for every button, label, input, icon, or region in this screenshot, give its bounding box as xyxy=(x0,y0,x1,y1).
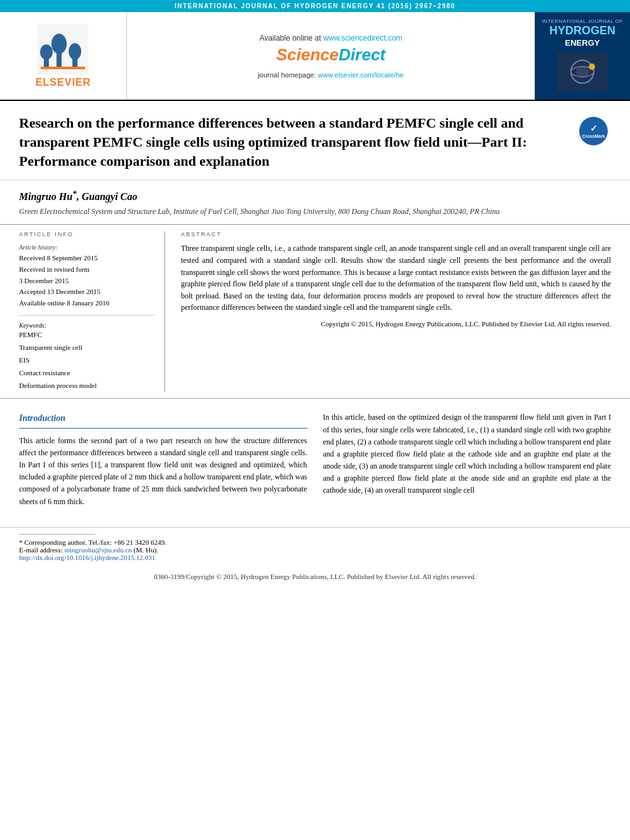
keyword-5: Deformation process model xyxy=(19,380,155,392)
journal-title-badge: HYDROGEN ENERGY xyxy=(542,24,623,48)
received-date: Received 8 September 2015 xyxy=(19,253,155,264)
svg-point-2 xyxy=(40,44,53,60)
body-section: Introduction This article forms the seco… xyxy=(0,399,630,527)
svg-point-4 xyxy=(51,34,67,54)
email-link[interactable]: mingruohu@sjtu.edu.cn xyxy=(64,546,131,554)
footnote-section: * Corresponding author. Tel./fax: +86 21… xyxy=(0,527,630,568)
keywords-label: Keywords: xyxy=(19,322,155,329)
journal-homepage-text: journal homepage: www.elsevier.com/locat… xyxy=(258,71,403,79)
affiliation: Green Electrochemical System and Structu… xyxy=(19,206,611,217)
introduction-paragraph-right: In this article, based on the optimized … xyxy=(323,411,612,497)
journal-hydrogen-text: HYDROGEN xyxy=(542,24,623,38)
article-info-header: ARTICLE INFO xyxy=(19,231,155,237)
keywords-section: Keywords: PEMFC Transparent single cell … xyxy=(19,322,155,392)
elsevier-tree-icon xyxy=(37,23,88,74)
email-note: E-mail address: mingruohu@sjtu.edu.cn (M… xyxy=(19,546,611,554)
corresponding-author-marker: * xyxy=(72,188,77,197)
article-title-content: Research on the performance differences … xyxy=(19,114,570,170)
received-revised-label: Received in revised form xyxy=(19,264,155,276)
elsevier-logo-section: ELSEVIER xyxy=(0,12,127,100)
available-online-text: Available online at www.sciencedirect.co… xyxy=(259,34,402,43)
title-section: Research on the performance differences … xyxy=(0,101,630,180)
info-divider xyxy=(19,315,155,316)
journal-badge: International journal of HYDROGEN ENERGY xyxy=(542,18,623,93)
body-right-column: In this article, based on the optimized … xyxy=(323,411,612,514)
introduction-heading: Introduction xyxy=(19,411,307,428)
elsevier-wordmark: ELSEVIER xyxy=(36,77,91,88)
journal-badge-section: International journal of HYDROGEN ENERGY xyxy=(535,12,630,100)
journal-energy-text: ENERGY xyxy=(542,38,623,48)
article-history: Article history: Received 8 September 20… xyxy=(19,243,155,309)
journal-cover-icon xyxy=(557,53,608,91)
doi-link[interactable]: http://dx.doi.org/10.1016/j.ijhydene.201… xyxy=(19,554,156,561)
crossmark-badge[interactable]: ✓ CrossMark xyxy=(579,117,608,145)
revised-date: 3 December 2015 xyxy=(19,276,155,287)
authors-section: Mingruo Hu*, Guangyi Cao Green Electroch… xyxy=(0,180,630,224)
svg-point-6 xyxy=(69,43,81,60)
abstract-text: Three transparent single cells, i.e., a … xyxy=(181,243,611,314)
info-abstract-section: ARTICLE INFO Article history: Received 8… xyxy=(0,224,630,399)
crossmark-section: ✓ CrossMark xyxy=(579,117,611,145)
abstract-copyright: Copyright © 2015, Hydrogen Energy Public… xyxy=(181,319,611,330)
page-header: ELSEVIER Available online at www.science… xyxy=(0,12,630,101)
sciencedirect-url[interactable]: www.sciencedirect.com xyxy=(323,34,403,43)
footer-copyright: 0360-3199/Copyright © 2015, Hydrogen Ene… xyxy=(0,568,630,585)
article-title: Research on the performance differences … xyxy=(19,114,570,170)
journal-citation: INTERNATIONAL JOURNAL OF HYDROGEN ENERGY… xyxy=(175,3,455,10)
authors: Mingruo Hu*, Guangyi Cao xyxy=(19,188,611,202)
journal-header-bar: INTERNATIONAL JOURNAL OF HYDROGEN ENERGY… xyxy=(0,0,630,12)
keyword-3: EIS xyxy=(19,354,155,367)
crossmark-label: ✓ CrossMark xyxy=(582,124,605,138)
sciencedirect-section: Available online at www.sciencedirect.co… xyxy=(127,12,535,100)
footnote-divider xyxy=(19,534,95,535)
body-two-columns: Introduction This article forms the seco… xyxy=(19,411,611,514)
svg-point-12 xyxy=(589,63,595,70)
elsevier-logo: ELSEVIER xyxy=(36,23,91,88)
corresponding-author-note: * Corresponding author. Tel./fax: +86 21… xyxy=(19,538,611,546)
svg-rect-7 xyxy=(41,67,85,69)
keyword-4: Contact resistance xyxy=(19,367,155,380)
history-label: Article history: xyxy=(19,243,155,253)
abstract-column: ABSTRACT Three transparent single cells,… xyxy=(178,231,611,392)
keyword-2: Transparent single cell xyxy=(19,342,155,354)
doi-note: http://dx.doi.org/10.1016/j.ijhydene.201… xyxy=(19,554,611,561)
body-left-column: Introduction This article forms the seco… xyxy=(19,411,307,514)
journal-intl-text: International journal of xyxy=(542,18,623,24)
journal-homepage-url[interactable]: www.elsevier.com/locate/he xyxy=(318,71,404,79)
sciencedirect-logo: ScienceDirect xyxy=(276,45,385,65)
article-info-column: ARTICLE INFO Article history: Received 8… xyxy=(19,231,165,392)
abstract-header: ABSTRACT xyxy=(181,231,611,237)
keyword-1: PEMFC xyxy=(19,329,155,342)
accepted-date: Accepted 13 December 2015 xyxy=(19,286,155,298)
introduction-paragraph-1: This article forms the second part of a … xyxy=(19,435,307,508)
available-online-date: Available online 8 January 2016 xyxy=(19,298,155,309)
